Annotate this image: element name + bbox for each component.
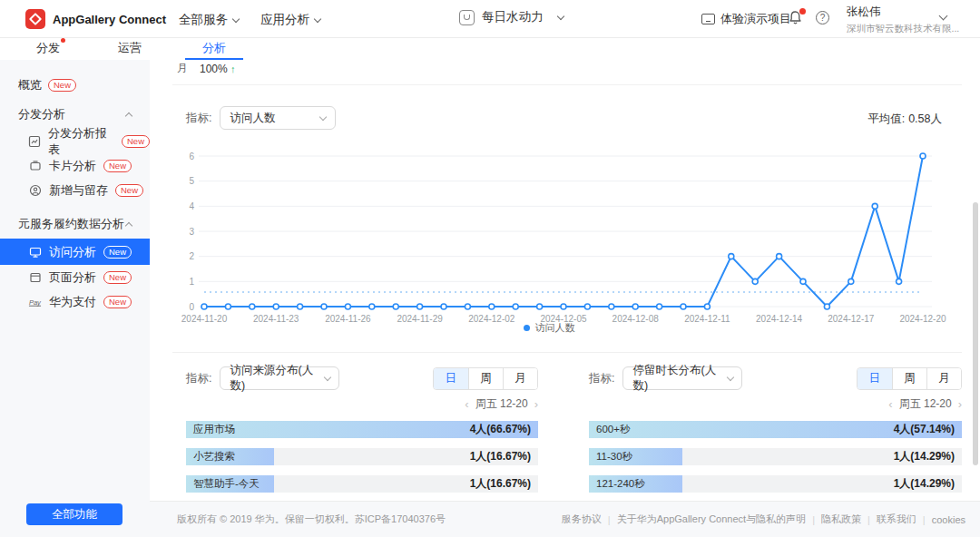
brand[interactable]: AppGallery Connect bbox=[25, 9, 166, 29]
chevron-down-icon bbox=[232, 15, 240, 22]
sidebar-item[interactable]: 新增与留存New bbox=[0, 178, 150, 202]
sidebar-item[interactable]: 页面分析New bbox=[0, 265, 150, 289]
distribution-sections: 指标:访问来源分布(人数)日周月‹周五 12-20›应用市场4人(66.67%)… bbox=[186, 366, 962, 501]
demo-project-button[interactable]: 体验演示项目 bbox=[701, 11, 791, 27]
bar-row: 小艺搜索1人(16.67%) bbox=[186, 448, 538, 465]
tab-operation[interactable]: 运营 bbox=[118, 40, 142, 56]
presentation-icon bbox=[701, 14, 715, 24]
help-icon[interactable]: ? bbox=[816, 11, 829, 24]
divider bbox=[172, 84, 962, 85]
bar-value: 1人(16.67%) bbox=[470, 448, 531, 465]
date-nav-label: 周五 12-20 bbox=[475, 396, 528, 412]
prev-icon[interactable]: ‹ bbox=[888, 398, 892, 410]
monitor-icon bbox=[28, 245, 42, 259]
visit-metric-row: 指标: 访问人数 bbox=[186, 106, 336, 130]
bar-value: 1人(16.67%) bbox=[470, 475, 531, 493]
sidebar-item-overview[interactable]: 概览 New bbox=[18, 78, 150, 93]
period-tab[interactable]: 周 bbox=[892, 368, 926, 389]
sidebar-item[interactable]: 访问分析New bbox=[0, 239, 150, 265]
app-selector-value: 每日水动力 bbox=[482, 9, 544, 25]
footer-link[interactable]: 隐私政策 bbox=[821, 513, 861, 526]
bar-label: 小艺搜索 bbox=[193, 448, 235, 465]
distribution-metric-select[interactable]: 访问来源分布(人数) bbox=[220, 366, 339, 390]
new-badge: New bbox=[115, 184, 143, 197]
footer-links: 服务协议|关于华为AppGallery Connect与隐私的声明|隐私政策|联… bbox=[562, 513, 965, 526]
sidebar-item-label: 新增与留存 bbox=[49, 182, 108, 199]
new-badge: New bbox=[48, 79, 76, 92]
distribution-metric-select[interactable]: 停留时长分布(人数) bbox=[622, 366, 742, 390]
user-retention-icon bbox=[28, 183, 42, 197]
average-value: 平均值:0.58人 bbox=[867, 112, 942, 127]
appgallery-connect-page: AppGallery Connect 全部服务 应用分析 每日水动力 体验演示项… bbox=[0, 0, 980, 537]
sidebar-item-label: 华为支付 bbox=[49, 294, 96, 310]
footer-link[interactable]: 联系我们 bbox=[877, 513, 916, 526]
footer: 版权所有 © 2019 华为。保留一切权利。苏ICP备17040376号 服务协… bbox=[150, 501, 980, 537]
next-icon[interactable]: › bbox=[958, 398, 962, 410]
bar-label: 应用市场 bbox=[193, 421, 235, 438]
bar-value: 1人(14.29%) bbox=[894, 475, 955, 493]
bar-row: 智慧助手-今天1人(16.67%) bbox=[186, 475, 538, 493]
app-icon bbox=[459, 10, 475, 25]
svg-text:1: 1 bbox=[189, 277, 194, 287]
trend-up-icon: ↑ bbox=[230, 63, 236, 74]
main-content: 月 100% ↑ 指标: 访问人数 平均值:0.58人 01234562024-… bbox=[150, 60, 980, 501]
date-nav-label: 周五 12-20 bbox=[899, 396, 952, 412]
chart-legend: 访问人数 bbox=[150, 321, 948, 335]
visit-metric-select[interactable]: 访问人数 bbox=[220, 106, 336, 130]
scrolled-stat-remnant: 月 100% ↑ bbox=[177, 61, 236, 76]
sidebar-item[interactable]: 分发分析报表New bbox=[0, 129, 150, 153]
all-features-button[interactable]: 全部功能 bbox=[26, 503, 122, 525]
distribution-controls: 指标:停留时长分布(人数)日周月 bbox=[589, 366, 962, 390]
footer-link[interactable]: 服务协议 bbox=[562, 513, 602, 526]
chevron-down-icon bbox=[556, 12, 564, 19]
bar-list: 应用市场4人(66.67%)小艺搜索1人(16.67%)智慧助手-今天1人(16… bbox=[186, 421, 538, 493]
bar-label: 11-30秒 bbox=[596, 448, 632, 465]
nav-app-analysis[interactable]: 应用分析 bbox=[260, 12, 320, 28]
period-tab[interactable]: 日 bbox=[858, 368, 892, 389]
svg-text:0: 0 bbox=[189, 302, 194, 312]
notification-dot bbox=[799, 8, 806, 15]
period-tab[interactable]: 月 bbox=[503, 368, 537, 389]
new-badge: New bbox=[103, 271, 132, 284]
sidebar-item-label: 访问分析 bbox=[49, 244, 96, 260]
date-nav: ‹周五 12-20› bbox=[186, 396, 538, 412]
footer-link[interactable]: 关于华为AppGallery Connect与隐私的声明 bbox=[617, 513, 806, 526]
user-organization: 深圳市智云数科技术有限... bbox=[847, 23, 959, 35]
chevron-down-icon bbox=[319, 112, 327, 120]
tab-distribution[interactable]: 分发 bbox=[36, 40, 60, 56]
card-icon bbox=[28, 159, 42, 172]
collapse-icon bbox=[125, 112, 132, 119]
svg-text:4: 4 bbox=[189, 201, 194, 211]
sidebar: 概览 New 分发分析分发分析报表New卡片分析New新增与留存New元服务履约… bbox=[0, 60, 150, 537]
collapse-icon bbox=[125, 221, 132, 229]
sidebar-item[interactable]: 卡片分析New bbox=[0, 153, 150, 178]
distribution-controls: 指标:访问来源分布(人数)日周月 bbox=[186, 366, 538, 390]
vertical-scrollbar[interactable] bbox=[973, 202, 978, 465]
notification-bell-icon[interactable] bbox=[788, 10, 804, 26]
app-selector[interactable]: 每日水动力 bbox=[459, 9, 564, 25]
legend-dot-icon bbox=[524, 325, 530, 331]
metric-label: 指标: bbox=[186, 111, 211, 126]
sidebar-item[interactable]: Pay华为支付New bbox=[0, 289, 150, 314]
sidebar-group-title[interactable]: 分发分析 bbox=[18, 107, 132, 122]
nav-all-services[interactable]: 全部服务 bbox=[179, 12, 239, 28]
prev-icon[interactable]: ‹ bbox=[465, 398, 468, 410]
footer-link[interactable]: cookies bbox=[932, 514, 965, 525]
new-badge: New bbox=[103, 296, 132, 308]
new-badge: New bbox=[103, 246, 132, 259]
bar-row: 600+秒4人(57.14%) bbox=[589, 421, 962, 438]
period-tab[interactable]: 月 bbox=[926, 368, 961, 389]
sidebar-item-label: 卡片分析 bbox=[49, 158, 96, 174]
metric-label: 指标: bbox=[186, 371, 211, 386]
next-icon[interactable]: › bbox=[534, 398, 538, 410]
sidebar-item-label: 页面分析 bbox=[49, 269, 96, 286]
bar-value: 1人(14.29%) bbox=[894, 448, 955, 465]
new-badge: New bbox=[103, 160, 132, 172]
period-tab[interactable]: 周 bbox=[468, 368, 503, 389]
bar-list: 600+秒4人(57.14%)11-30秒1人(14.29%)121-240秒1… bbox=[589, 421, 962, 501]
divider bbox=[172, 352, 962, 353]
sidebar-group-title[interactable]: 元服务履约数据分析 bbox=[18, 217, 132, 231]
tab-analysis[interactable]: 分析 bbox=[185, 40, 243, 60]
period-tab[interactable]: 日 bbox=[434, 368, 468, 389]
period-tabs: 日周月 bbox=[857, 367, 962, 390]
